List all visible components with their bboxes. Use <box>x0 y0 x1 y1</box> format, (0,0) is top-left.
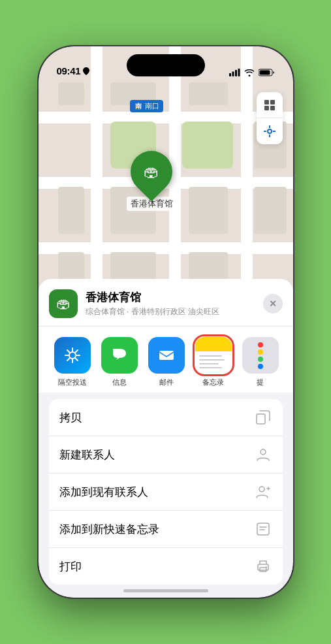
airdrop-icon <box>54 337 91 374</box>
bottom-sheet: 🏟 香港体育馆 综合体育馆 · 香港特别行政区 油尖旺区 ✕ <box>39 279 293 598</box>
messages-icon <box>101 337 138 374</box>
svg-rect-0 <box>229 73 231 76</box>
svg-rect-16 <box>159 351 174 360</box>
action-list: 拷贝 新建联系人 <box>49 399 283 585</box>
share-item-notes[interactable]: 备忘录 <box>190 337 237 387</box>
status-icons <box>229 69 275 76</box>
share-item-mail[interactable]: 邮件 <box>143 337 190 387</box>
mail-icon <box>148 337 185 374</box>
svg-rect-26 <box>260 568 266 572</box>
svg-rect-17 <box>257 414 265 424</box>
venue-subtitle: 综合体育馆 · 香港特别行政区 油尖旺区 <box>86 306 255 317</box>
signal-icon <box>229 69 240 76</box>
svg-point-19 <box>259 487 264 492</box>
svg-rect-6 <box>264 100 269 105</box>
share-item-airdrop[interactable]: 隔空投送 <box>49 337 96 387</box>
battery-icon <box>259 69 275 76</box>
location-button[interactable] <box>257 118 283 144</box>
copy-label: 拷贝 <box>59 410 82 425</box>
notes-icon <box>195 337 232 374</box>
share-row: 隔空投送 信息 <box>39 326 293 393</box>
status-time: 09:41 <box>57 65 81 76</box>
sheet-header: 🏟 香港体育馆 综合体育馆 · 香港特别行政区 油尖旺区 ✕ <box>39 279 293 326</box>
home-indicator <box>123 589 208 592</box>
svg-rect-22 <box>257 523 269 535</box>
add-contact-label: 新建联系人 <box>59 447 115 462</box>
add-existing-label: 添加到现有联系人 <box>59 485 148 500</box>
svg-rect-5 <box>259 71 270 75</box>
svg-rect-2 <box>235 70 237 76</box>
more-icon <box>242 337 279 374</box>
mail-label: 邮件 <box>159 378 174 387</box>
svg-point-18 <box>260 449 266 455</box>
action-add-existing[interactable]: 添加到现有联系人 <box>49 474 283 511</box>
messages-label: 信息 <box>112 378 127 387</box>
person-add-icon <box>254 483 272 501</box>
svg-point-10 <box>268 129 272 133</box>
map-view-toggle[interactable] <box>257 92 283 118</box>
svg-rect-1 <box>232 72 234 77</box>
notes-label: 备忘录 <box>202 378 224 387</box>
svg-point-27 <box>266 566 267 568</box>
note-icon <box>254 520 272 538</box>
share-item-messages[interactable]: 信息 <box>96 337 143 387</box>
phone-frame: 09:41 <box>39 46 293 598</box>
map-pin: 🏟 香港体育馆 <box>127 151 177 211</box>
svg-rect-8 <box>264 106 269 110</box>
airdrop-label: 隔空投送 <box>58 378 87 387</box>
close-icon: ✕ <box>269 299 277 308</box>
add-note-label: 添加到新快速备忘录 <box>59 522 159 537</box>
wifi-icon <box>244 69 255 76</box>
action-copy[interactable]: 拷贝 <box>49 399 283 436</box>
person-icon <box>254 445 272 464</box>
venue-info: 香港体育馆 综合体育馆 · 香港特别行政区 油尖旺区 <box>86 290 255 317</box>
svg-rect-7 <box>270 100 275 105</box>
action-add-contact[interactable]: 新建联系人 <box>49 436 283 474</box>
location-icon <box>83 67 89 75</box>
action-print[interactable]: 打印 <box>49 548 283 585</box>
map-controls <box>257 92 283 144</box>
venue-icon: 🏟 <box>49 289 78 318</box>
more-label: 提 <box>257 378 264 387</box>
svg-rect-3 <box>238 69 240 76</box>
copy-icon <box>254 408 272 427</box>
subway-label: 南 南口 <box>130 100 163 112</box>
venue-name: 香港体育馆 <box>86 290 255 305</box>
svg-rect-9 <box>270 106 275 110</box>
share-item-more[interactable]: 提 <box>237 337 284 387</box>
close-button[interactable]: ✕ <box>263 294 283 314</box>
print-label: 打印 <box>59 559 82 574</box>
dynamic-island <box>127 54 205 76</box>
print-icon <box>254 557 272 575</box>
action-add-note[interactable]: 添加到新快速备忘录 <box>49 511 283 548</box>
